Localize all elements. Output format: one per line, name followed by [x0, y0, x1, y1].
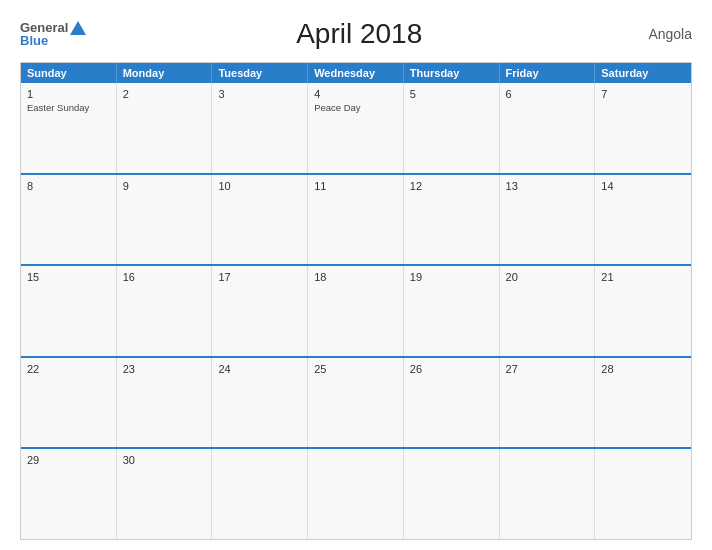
logo-blue-text: Blue	[20, 33, 48, 48]
week-4: 22232425262728	[21, 356, 691, 448]
cell-w1-d2: 2	[117, 83, 213, 173]
week-5: 2930	[21, 447, 691, 539]
cell-w2-d5: 12	[404, 175, 500, 265]
cell-w5-d5	[404, 449, 500, 539]
day-number: 2	[123, 88, 206, 100]
day-number: 3	[218, 88, 301, 100]
day-number: 25	[314, 363, 397, 375]
cell-w3-d2: 16	[117, 266, 213, 356]
cell-w5-d3	[212, 449, 308, 539]
day-number: 30	[123, 454, 206, 466]
cell-w5-d7	[595, 449, 691, 539]
week-3: 15161718192021	[21, 264, 691, 356]
holiday-label: Peace Day	[314, 102, 397, 113]
cell-w2-d2: 9	[117, 175, 213, 265]
country-label: Angola	[632, 26, 692, 42]
cell-w2-d4: 11	[308, 175, 404, 265]
day-number: 4	[314, 88, 397, 100]
week-1: 1Easter Sunday234Peace Day567	[21, 83, 691, 173]
calendar-header: Sunday Monday Tuesday Wednesday Thursday…	[21, 63, 691, 83]
col-tuesday: Tuesday	[212, 63, 308, 83]
logo-icon	[70, 21, 86, 35]
day-number: 8	[27, 180, 110, 192]
day-number: 21	[601, 271, 685, 283]
day-number: 22	[27, 363, 110, 375]
day-number: 5	[410, 88, 493, 100]
day-number: 12	[410, 180, 493, 192]
day-number: 17	[218, 271, 301, 283]
day-number: 27	[506, 363, 589, 375]
cell-w1-d6: 6	[500, 83, 596, 173]
cell-w1-d4: 4Peace Day	[308, 83, 404, 173]
cell-w5-d6	[500, 449, 596, 539]
col-thursday: Thursday	[404, 63, 500, 83]
logo: General Blue	[20, 21, 86, 48]
day-number: 1	[27, 88, 110, 100]
day-number: 6	[506, 88, 589, 100]
col-saturday: Saturday	[595, 63, 691, 83]
day-number: 19	[410, 271, 493, 283]
cell-w4-d4: 25	[308, 358, 404, 448]
cell-w3-d3: 17	[212, 266, 308, 356]
cell-w4-d3: 24	[212, 358, 308, 448]
cell-w4-d1: 22	[21, 358, 117, 448]
cell-w3-d1: 15	[21, 266, 117, 356]
calendar-title: April 2018	[86, 18, 632, 50]
cell-w2-d1: 8	[21, 175, 117, 265]
cell-w4-d6: 27	[500, 358, 596, 448]
day-number: 14	[601, 180, 685, 192]
day-number: 7	[601, 88, 685, 100]
col-wednesday: Wednesday	[308, 63, 404, 83]
day-number: 28	[601, 363, 685, 375]
cell-w3-d5: 19	[404, 266, 500, 356]
day-number: 16	[123, 271, 206, 283]
cell-w4-d5: 26	[404, 358, 500, 448]
day-number: 24	[218, 363, 301, 375]
cell-w1-d1: 1Easter Sunday	[21, 83, 117, 173]
col-sunday: Sunday	[21, 63, 117, 83]
calendar: Sunday Monday Tuesday Wednesday Thursday…	[20, 62, 692, 540]
day-number: 29	[27, 454, 110, 466]
day-number: 13	[506, 180, 589, 192]
day-number: 11	[314, 180, 397, 192]
cell-w3-d4: 18	[308, 266, 404, 356]
cell-w5-d1: 29	[21, 449, 117, 539]
day-number: 20	[506, 271, 589, 283]
svg-marker-0	[70, 21, 86, 35]
header: General Blue April 2018 Angola	[20, 18, 692, 50]
cell-w1-d7: 7	[595, 83, 691, 173]
cell-w2-d3: 10	[212, 175, 308, 265]
holiday-label: Easter Sunday	[27, 102, 110, 113]
cell-w2-d6: 13	[500, 175, 596, 265]
cell-w4-d2: 23	[117, 358, 213, 448]
col-monday: Monday	[117, 63, 213, 83]
cell-w5-d4	[308, 449, 404, 539]
cell-w3-d7: 21	[595, 266, 691, 356]
cell-w5-d2: 30	[117, 449, 213, 539]
day-number: 9	[123, 180, 206, 192]
cell-w2-d7: 14	[595, 175, 691, 265]
page: General Blue April 2018 Angola Sunday Mo…	[0, 0, 712, 550]
cell-w1-d5: 5	[404, 83, 500, 173]
calendar-body: 1Easter Sunday234Peace Day56789101112131…	[21, 83, 691, 539]
week-2: 891011121314	[21, 173, 691, 265]
day-number: 26	[410, 363, 493, 375]
day-number: 10	[218, 180, 301, 192]
col-friday: Friday	[500, 63, 596, 83]
cell-w3-d6: 20	[500, 266, 596, 356]
cell-w4-d7: 28	[595, 358, 691, 448]
day-number: 23	[123, 363, 206, 375]
cell-w1-d3: 3	[212, 83, 308, 173]
day-number: 15	[27, 271, 110, 283]
day-number: 18	[314, 271, 397, 283]
